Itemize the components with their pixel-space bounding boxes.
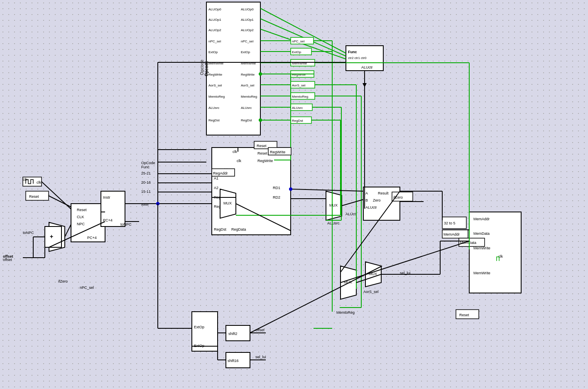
control-unit-block: Opcode xyxy=(206,2,260,135)
control-unit-opcode-label: Opcode xyxy=(204,61,209,76)
offset-label: offset xyxy=(3,254,13,259)
schematic-canvas xyxy=(0,0,588,389)
clk-label: clk xyxy=(23,177,27,182)
clk-source: clk xyxy=(23,177,27,182)
